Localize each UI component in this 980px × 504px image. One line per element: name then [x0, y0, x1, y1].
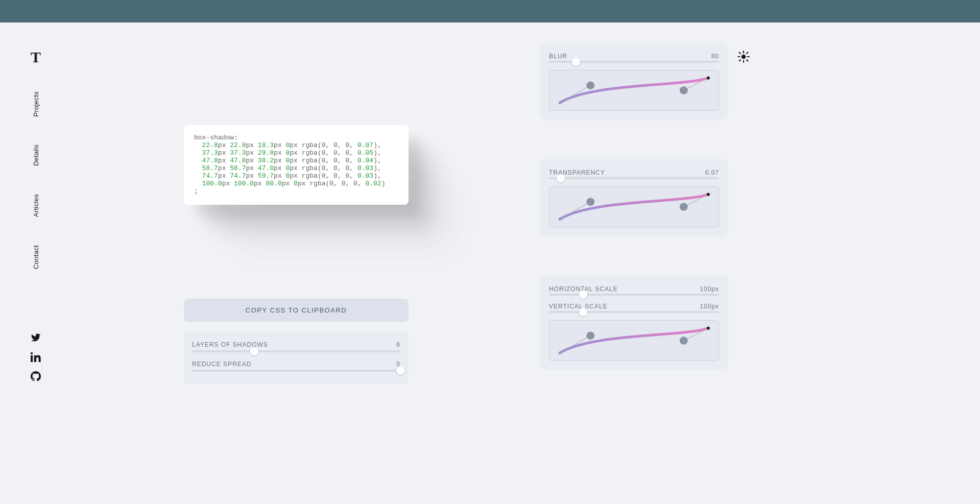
bezier-handle[interactable] — [586, 331, 594, 340]
code-card: box-shadow: 22.8px 22.8px 18.3px 0px rgb… — [184, 125, 409, 205]
svg-line-10 — [747, 60, 748, 61]
bezier-handle[interactable] — [680, 337, 688, 345]
twitter-icon[interactable] — [31, 332, 41, 343]
hscale-slider[interactable] — [549, 294, 719, 296]
vscale-row: VERTICAL SCALE 100px — [549, 303, 719, 310]
spread-thumb[interactable] — [396, 367, 404, 375]
bottom-panel: LAYERS OF SHADOWS 6 REDUCE SPREAD 0 — [184, 332, 409, 384]
transparency-panel: TRANSPARENCY 0.07 — [541, 160, 727, 235]
svg-line-13 — [739, 60, 740, 61]
bezier-end — [707, 193, 710, 196]
layers-label: LAYERS OF SHADOWS — [192, 341, 268, 348]
nav-contact[interactable]: Contact — [32, 245, 40, 269]
top-bar — [0, 0, 980, 22]
svg-line-14 — [747, 53, 748, 54]
blur-bezier[interactable] — [549, 70, 719, 111]
nav-articles[interactable]: Articles — [32, 194, 40, 217]
linkedin-icon[interactable] — [31, 352, 41, 362]
hscale-value: 100px — [700, 285, 719, 293]
transparency-slider[interactable] — [549, 177, 719, 179]
hscale-thumb[interactable] — [579, 291, 587, 299]
theme-toggle-icon[interactable] — [737, 50, 750, 63]
blur-slider[interactable] — [549, 61, 719, 63]
code-preview: box-shadow: 22.8px 22.8px 18.3px 0px rgb… — [184, 125, 409, 205]
bezier-handle[interactable] — [586, 81, 594, 89]
sidebar: T Projects Details Articles Contact — [28, 49, 43, 269]
blur-label: BLUR — [549, 53, 567, 60]
layers-value: 6 — [396, 341, 400, 348]
svg-line-9 — [739, 53, 740, 54]
transparency-value: 0.07 — [705, 169, 719, 176]
vscale-label: VERTICAL SCALE — [549, 303, 608, 310]
blur-value: 80 — [711, 53, 719, 60]
copy-button[interactable]: COPY CSS TO CLIPBOARD — [184, 299, 409, 322]
transparency-bezier[interactable] — [549, 186, 719, 227]
nav-items: Projects Details Articles Contact — [32, 91, 40, 269]
nav-projects[interactable]: Projects — [32, 91, 40, 116]
bezier-handle[interactable] — [586, 198, 594, 206]
spread-label: REDUCE SPREAD — [192, 361, 251, 368]
layers-slider[interactable] — [192, 350, 400, 352]
layers-thumb[interactable] — [250, 347, 258, 355]
layers-row: LAYERS OF SHADOWS 6 — [192, 341, 400, 348]
vscale-value: 100px — [700, 303, 719, 310]
vscale-slider[interactable] — [549, 311, 719, 313]
right-panels: BLUR 80 TRANSPARENCY 0.07 — [541, 43, 727, 369]
github-icon[interactable] — [31, 371, 41, 381]
spread-slider[interactable] — [192, 370, 400, 372]
logo[interactable]: T — [31, 49, 41, 66]
bezier-handle[interactable] — [680, 86, 688, 94]
spread-row: REDUCE SPREAD 0 — [192, 361, 400, 368]
scale-panel: HORIZONTAL SCALE 100px VERTICAL SCALE 10… — [541, 276, 727, 369]
bezier-end — [707, 327, 710, 330]
bezier-end — [707, 77, 710, 80]
svg-point-6 — [742, 55, 746, 59]
controls-below: COPY CSS TO CLIPBOARD LAYERS OF SHADOWS … — [184, 299, 409, 384]
blur-panel: BLUR 80 — [541, 43, 727, 119]
vscale-thumb[interactable] — [579, 308, 587, 316]
hscale-row: HORIZONTAL SCALE 100px — [549, 285, 719, 293]
transparency-row: TRANSPARENCY 0.07 — [549, 169, 719, 176]
nav-details[interactable]: Details — [32, 145, 40, 166]
blur-thumb[interactable] — [572, 58, 580, 66]
scale-bezier[interactable] — [549, 320, 719, 361]
transparency-thumb[interactable] — [557, 174, 565, 182]
social-icons — [31, 332, 41, 381]
bezier-handle[interactable] — [680, 203, 688, 211]
